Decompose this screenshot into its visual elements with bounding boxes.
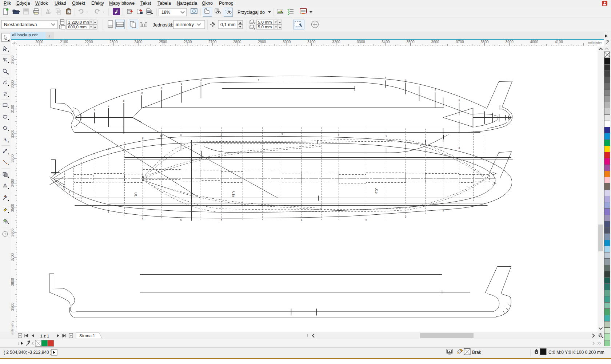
svg-text:3: 3 [108,105,109,107]
svg-text:8: 8 [142,137,144,139]
svg-text:5: 5 [425,139,426,142]
svg-text:5: 5 [435,88,436,91]
svg-text:y: y [254,27,255,30]
svg-text:2900: 2900 [258,40,266,44]
svg-text:C:0 M:0 Y:0 K:100 0,200 mm: C:0 M:0 Y:0 K:100 0,200 mm [548,350,604,355]
svg-text:8: 8 [459,99,460,102]
svg-text:8: 8 [459,147,460,149]
svg-text:3200: 3200 [11,130,15,138]
svg-text:2800: 2800 [233,40,241,44]
svg-text:2600: 2600 [184,40,192,44]
svg-text:2900: 2900 [11,55,15,64]
svg-text:3300: 3300 [357,40,365,44]
svg-text:8: 8 [180,134,182,137]
svg-text:18%: 18% [161,10,170,15]
svg-text:2200: 2200 [85,40,93,44]
svg-text:3900: 3900 [11,303,15,311]
svg-text:5,0 mm: 5,0 mm [258,25,272,29]
svg-text:3: 3 [108,147,109,150]
svg-text:3400: 3400 [11,179,15,187]
svg-text:3700: 3700 [11,253,15,262]
svg-text:3800: 3800 [480,40,489,44]
svg-text:5: 5 [124,142,125,145]
svg-text:( 2 504,840; -3 212,940 ): ( 2 504,840; -3 212,940 ) [4,350,52,355]
svg-text:3800: 3800 [11,278,15,286]
svg-text:3700: 3700 [456,40,464,44]
svg-text:Jednostki:: Jednostki: [153,23,173,28]
svg-text:3300: 3300 [11,154,15,163]
svg-text:2: 2 [80,158,82,161]
svg-text:Niestandardowa: Niestandardowa [4,22,37,27]
svg-text:U1: U1 [134,193,137,197]
svg-text:3900: 3900 [505,40,514,44]
svg-text:3000: 3000 [283,40,291,44]
svg-text:3: 3 [200,78,202,81]
svg-text:5: 5 [69,191,70,193]
svg-text:8: 8 [161,87,163,89]
svg-text:2: 2 [258,79,259,81]
svg-text:8: 8 [338,133,340,136]
svg-text:5: 5 [180,219,182,221]
svg-text:2000: 2000 [35,40,44,44]
svg-text:3100: 3100 [11,105,15,113]
svg-text:2: 2 [72,109,74,112]
svg-text:2300: 2300 [109,40,118,44]
svg-text:4000: 4000 [530,40,538,44]
svg-text:0,1 mm: 0,1 mm [220,22,236,27]
svg-text:3100: 3100 [307,40,316,44]
svg-text:4: 4 [301,219,303,222]
svg-text:2: 2 [221,133,222,136]
svg-text:3200: 3200 [332,40,340,44]
svg-text:14: 14 [53,173,56,175]
svg-text:8: 8 [366,218,367,221]
svg-text:3: 3 [281,133,283,136]
svg-text:3600: 3600 [11,228,15,237]
svg-text:Brak: Brak [472,350,482,355]
svg-text:12: 12 [160,135,163,137]
svg-text:2: 2 [94,109,95,112]
svg-text:2: 2 [63,187,65,190]
svg-text:3500: 3500 [11,204,15,212]
svg-text:2: 2 [385,77,387,80]
svg-text:2700: 2700 [208,40,217,44]
svg-text:2400: 2400 [134,40,143,44]
svg-text:x: x [254,22,255,24]
svg-text:milimetry: milimetry [10,321,14,335]
svg-text:PDF: PDF [147,11,152,13]
svg-text:Strona 1: Strona 1 [79,333,95,338]
svg-text:3000: 3000 [11,80,15,88]
svg-text:3: 3 [108,211,109,213]
svg-text:U1a: U1a [232,191,235,197]
svg-text:A: A [3,137,7,142]
svg-text:5: 5 [123,100,125,102]
svg-text:milimetry: milimetry [588,40,602,44]
svg-text:2: 2 [93,153,95,155]
svg-text:4100: 4100 [555,40,563,44]
svg-text:5,0 mm: 5,0 mm [258,20,272,24]
svg-text:2100: 2100 [60,40,68,44]
svg-text:3: 3 [405,79,407,82]
svg-text:3: 3 [386,135,387,138]
svg-text:600,0 mm: 600,0 mm [68,25,87,29]
svg-text:3: 3 [405,215,407,218]
svg-text:2500: 2500 [159,40,167,44]
svg-text:8: 8 [141,92,143,94]
svg-text:2: 2 [221,219,222,222]
svg-text:milimetry: milimetry [176,22,194,27]
svg-text:3600: 3600 [431,40,439,44]
svg-text:5: 5 [443,209,444,212]
svg-text:8: 8 [142,217,144,220]
svg-text:3500: 3500 [406,40,415,44]
svg-text:1 z 1: 1 z 1 [40,334,49,338]
svg-text:12: 12 [57,184,60,187]
svg-text:1 220,0 mm: 1 220,0 mm [68,20,90,24]
svg-text:5: 5 [181,82,182,85]
svg-text:U1b: U1b [375,187,378,194]
svg-text:Przyciągaj do: Przyciągaj do [237,10,265,15]
svg-text:3400: 3400 [382,40,390,44]
